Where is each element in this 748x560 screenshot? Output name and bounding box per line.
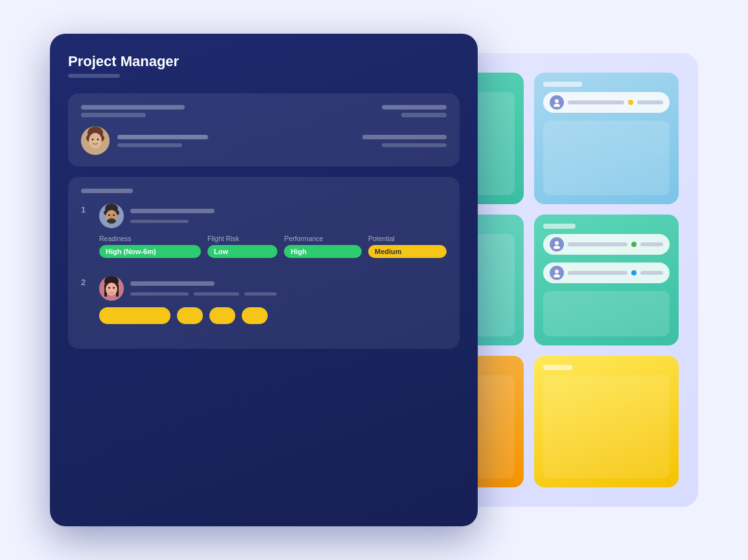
panel2-title bbox=[81, 189, 133, 193]
svg-point-16 bbox=[107, 218, 116, 224]
list-avatar-2 bbox=[99, 276, 124, 301]
bg-card-yellow-3 bbox=[534, 356, 679, 487]
scene: Project Manager bbox=[50, 34, 698, 526]
svg-point-17 bbox=[108, 215, 110, 216]
svg-point-4 bbox=[555, 270, 559, 274]
placeholder-badge-2 bbox=[177, 307, 203, 324]
performance-badge: High bbox=[284, 245, 362, 258]
pill-dot-2 bbox=[631, 242, 637, 247]
list-user-text-2 bbox=[130, 281, 277, 296]
avatar-face-2-svg bbox=[99, 204, 124, 228]
svg-point-2 bbox=[555, 241, 559, 245]
svg-point-10 bbox=[92, 139, 94, 141]
svg-point-25 bbox=[113, 287, 115, 289]
panel-meta-line-r bbox=[401, 113, 447, 117]
svg-point-5 bbox=[554, 274, 560, 277]
svg-point-1 bbox=[554, 104, 560, 107]
pill-avatar bbox=[550, 95, 564, 110]
card-label bbox=[543, 365, 572, 370]
flight-risk-label: Flight Risk bbox=[207, 235, 277, 242]
user-avatar-1 bbox=[81, 126, 110, 155]
pill-row-2 bbox=[543, 234, 670, 255]
bg-card-blue-1 bbox=[534, 73, 679, 204]
pill-text-3 bbox=[568, 271, 627, 275]
metric-potential: Potential Medium bbox=[368, 235, 447, 258]
svg-point-24 bbox=[108, 287, 110, 289]
panel-title-line-r bbox=[382, 105, 447, 110]
list-user-sub-1 bbox=[130, 220, 189, 223]
list-number-1: 1 bbox=[81, 204, 91, 215]
panel-meta-line bbox=[81, 113, 146, 117]
user-row-1 bbox=[81, 126, 447, 155]
pill-dot-3 bbox=[631, 270, 637, 275]
bg-card-green-2 bbox=[534, 215, 679, 346]
app-title: Project Manager bbox=[68, 53, 460, 70]
readiness-label: Readiness bbox=[99, 235, 201, 242]
svg-point-18 bbox=[113, 215, 115, 216]
list-user-name-2 bbox=[130, 281, 215, 286]
user-name-line bbox=[117, 135, 208, 139]
svg-point-3 bbox=[554, 246, 560, 249]
pill-row-3 bbox=[543, 262, 670, 283]
metric-readiness: Readiness High (Now-6m) bbox=[99, 235, 201, 258]
metric-flight-risk: Flight Risk Low bbox=[207, 235, 277, 258]
user-info-1 bbox=[117, 135, 355, 147]
list-user-row-1 bbox=[99, 204, 447, 228]
list-content-1: Readiness High (Now-6m) Flight Risk Low … bbox=[99, 204, 447, 263]
list-user-text-1 bbox=[130, 209, 215, 223]
card-label bbox=[543, 224, 576, 229]
metric-performance: Performance High bbox=[284, 235, 362, 258]
readiness-badge: High (Now-6m) bbox=[99, 245, 201, 258]
pill-text bbox=[568, 100, 624, 104]
list-user-sub-2a bbox=[130, 292, 189, 296]
pill-dot bbox=[628, 100, 633, 105]
user-sub-line bbox=[117, 143, 182, 147]
placeholder-badges-row bbox=[99, 307, 447, 324]
list-item-1: 1 bbox=[81, 204, 447, 263]
list-user-name-1 bbox=[130, 209, 215, 213]
user-right-line2 bbox=[382, 143, 447, 147]
placeholder-badge-4 bbox=[242, 307, 268, 324]
panel-2: 1 bbox=[68, 177, 460, 349]
subtitle-line bbox=[68, 74, 120, 78]
foreground-card: Project Manager bbox=[50, 34, 478, 526]
placeholder-badge-3 bbox=[209, 307, 235, 324]
potential-badge: Medium bbox=[368, 245, 447, 258]
svg-point-11 bbox=[97, 139, 99, 141]
svg-point-9 bbox=[89, 133, 102, 148]
list-avatar-1 bbox=[99, 204, 124, 228]
list-content-2 bbox=[99, 276, 447, 324]
list-user-sub-2c bbox=[244, 292, 277, 296]
flight-risk-badge: Low bbox=[207, 245, 277, 258]
pill-avatar-2 bbox=[550, 237, 564, 251]
list-item-2: 2 bbox=[81, 276, 447, 324]
pill-avatar-3 bbox=[550, 266, 564, 280]
panel-1 bbox=[68, 93, 460, 167]
pill-text-2 bbox=[568, 242, 627, 246]
potential-label: Potential bbox=[368, 235, 447, 242]
placeholder-badge-1 bbox=[99, 307, 170, 324]
performance-label: Performance bbox=[284, 235, 362, 242]
avatar-face-1-svg bbox=[81, 126, 110, 155]
list-user-subs bbox=[130, 289, 277, 296]
list-user-sub-2b bbox=[194, 292, 239, 296]
avatar-face-3-svg bbox=[99, 276, 124, 301]
svg-point-0 bbox=[555, 99, 559, 103]
user-right-line1 bbox=[362, 135, 447, 139]
panel-title-line bbox=[81, 105, 185, 110]
panel-1-header bbox=[81, 105, 447, 117]
pill-row-1 bbox=[543, 92, 670, 113]
list-number-2: 2 bbox=[81, 276, 91, 287]
list-user-row-2 bbox=[99, 276, 447, 301]
card-label bbox=[543, 82, 582, 87]
metrics-row-1: Readiness High (Now-6m) Flight Risk Low … bbox=[99, 235, 447, 258]
user-right-1 bbox=[362, 135, 447, 147]
